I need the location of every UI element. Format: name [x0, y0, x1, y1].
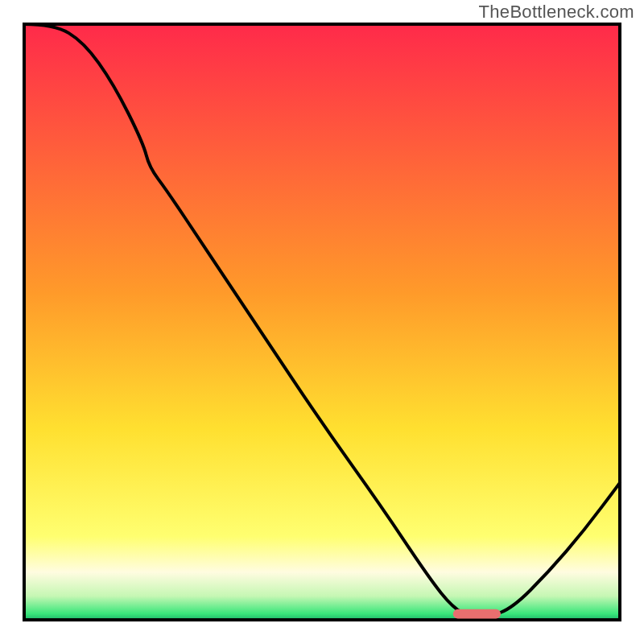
watermark-text: TheBottleneck.com: [479, 2, 634, 23]
plot-area: [24, 24, 620, 620]
optimum-marker: [453, 609, 501, 619]
chart-svg: [0, 0, 644, 644]
